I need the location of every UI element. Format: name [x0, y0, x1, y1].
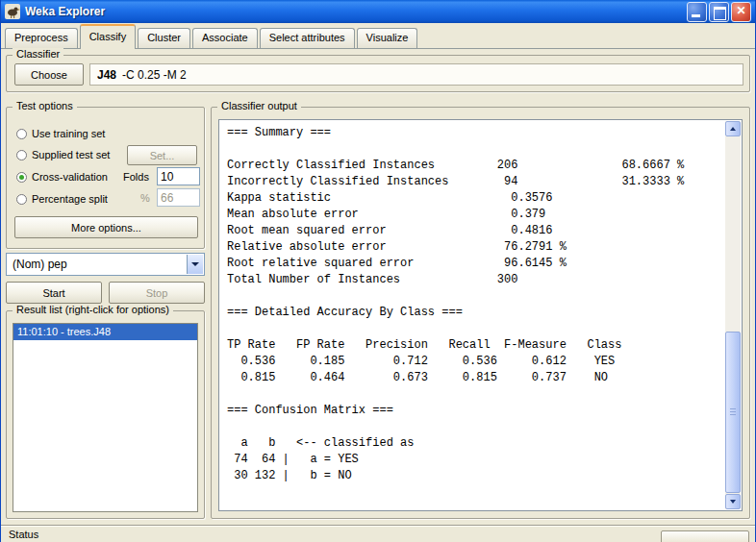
- weka-explorer-window: Weka Explorer Preprocess Classify Cluste…: [0, 0, 756, 542]
- result-list-legend: Result list (right-click for options): [13, 304, 173, 315]
- use-training-set-label[interactable]: Use training set: [32, 128, 105, 139]
- class-attribute-combobox[interactable]: (Nom) pep: [6, 253, 205, 276]
- cross-validation-option[interactable]: Cross-validation: [16, 170, 108, 184]
- supplied-test-set-label[interactable]: Supplied test set: [32, 149, 110, 160]
- classifier-legend: Classifier: [13, 48, 63, 60]
- result-list-item[interactable]: 11:01:10 - trees.J48: [13, 324, 197, 340]
- status-bar: Status: [1, 525, 755, 542]
- split-percentage-input[interactable]: [157, 188, 200, 207]
- scrollbar-thumb[interactable]: [725, 332, 741, 493]
- classifier-name: J48: [97, 68, 116, 82]
- percentage-split-label[interactable]: Percentage split: [32, 193, 108, 205]
- tab-associate[interactable]: Associate: [192, 28, 258, 48]
- tab-select-attributes[interactable]: Select attributes: [260, 28, 355, 48]
- tab-bar: Preprocess Classify Cluster Associate Se…: [1, 23, 755, 49]
- cross-validation-label[interactable]: Cross-validation: [32, 171, 108, 183]
- class-attribute-value: (Nom) pep: [13, 258, 67, 271]
- folds-label: Folds: [123, 171, 149, 183]
- tab-visualize[interactable]: Visualize: [357, 28, 418, 48]
- more-options-button[interactable]: More options...: [14, 216, 198, 238]
- classifier-value-field[interactable]: J48 -C 0.25 -M 2: [89, 63, 743, 86]
- weka-icon: [5, 4, 20, 19]
- chevron-down-icon: [191, 262, 199, 266]
- classifier-panel: Classifier Choose J48 -C 0.25 -M 2: [6, 55, 750, 92]
- supplied-test-set-option[interactable]: Supplied test set: [16, 148, 110, 161]
- scroll-down-button[interactable]: [725, 494, 741, 509]
- classifier-output-panel: Classifier output === Summary === Correc…: [211, 107, 750, 519]
- window-controls: [687, 2, 751, 22]
- classifier-options: -C 0.25 -M 2: [122, 68, 187, 82]
- arrow-up-icon: [730, 127, 736, 131]
- percentage-split-option[interactable]: Percentage split: [16, 192, 108, 206]
- use-training-set-option[interactable]: Use training set: [16, 127, 105, 140]
- title-bar[interactable]: Weka Explorer: [1, 0, 755, 23]
- window-title: Weka Explorer: [25, 5, 105, 18]
- close-button[interactable]: [731, 2, 751, 22]
- result-listbox[interactable]: 11:01:10 - trees.J48: [13, 323, 198, 512]
- cross-validation-radio[interactable]: [16, 172, 27, 183]
- minimize-button[interactable]: [687, 2, 707, 22]
- tab-preprocess[interactable]: Preprocess: [5, 28, 78, 48]
- arrow-down-icon: [730, 500, 736, 504]
- folds-input[interactable]: [157, 167, 200, 185]
- percent-label: %: [140, 192, 150, 204]
- log-button-partial[interactable]: [661, 530, 749, 542]
- maximize-button[interactable]: [709, 2, 729, 22]
- percentage-split-radio[interactable]: [16, 194, 27, 205]
- set-test-set-button[interactable]: Set...: [127, 145, 197, 165]
- tab-classify[interactable]: Classify: [80, 24, 137, 49]
- classifier-output-area: === Summary === Correctly Classified Ins…: [218, 119, 743, 511]
- result-list-panel: Result list (right-click for options) 11…: [6, 310, 205, 519]
- scroll-up-button[interactable]: [725, 121, 741, 136]
- tab-cluster[interactable]: Cluster: [138, 28, 190, 48]
- vertical-scrollbar[interactable]: [725, 121, 741, 509]
- status-label: Status: [9, 529, 38, 540]
- classifier-output-legend: Classifier output: [217, 100, 301, 111]
- test-options-panel: Test options Use training set Supplied t…: [6, 107, 205, 249]
- start-button[interactable]: Start: [6, 282, 102, 304]
- supplied-test-set-radio[interactable]: [16, 150, 27, 160]
- test-options-legend: Test options: [13, 100, 77, 111]
- stop-button[interactable]: Stop: [109, 282, 205, 304]
- use-training-set-radio[interactable]: [16, 129, 27, 139]
- combo-dropdown-button[interactable]: [187, 255, 203, 274]
- choose-button[interactable]: Choose: [14, 63, 84, 86]
- classifier-output-text: === Summary === Correctly Classified Ins…: [219, 120, 725, 510]
